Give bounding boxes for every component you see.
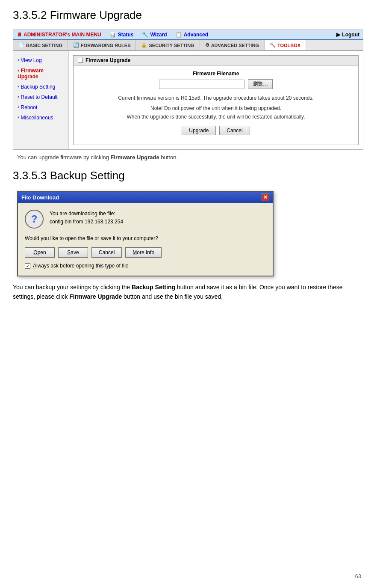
dialog-titlebar: File Download ✕: [18, 192, 273, 203]
section1-title: 3.3.5.2 Firmware Upgrade: [13, 9, 361, 22]
toolbox-label: TOOLBOX: [277, 43, 300, 48]
dialog-question: Would you like to open the file or save …: [25, 235, 266, 241]
nav-advanced[interactable]: 📋 Advanced: [176, 32, 208, 38]
firmware-info: Current firmware version is R0.15a6. The…: [80, 94, 351, 102]
advanced-label: Advanced: [184, 32, 208, 38]
advanced-setting-label: ADVANCED SETTING: [211, 43, 259, 48]
tab-forwarding[interactable]: 🔄 FORWARDING RULES: [68, 40, 136, 50]
basic-icon: 📄: [18, 42, 24, 48]
dialog-buttons: Open Save Cancel More Info: [25, 247, 266, 258]
cancel-button[interactable]: Cancel: [219, 126, 250, 135]
bottom-text-start: You can backup your settings by clicking…: [13, 284, 132, 291]
dialog-cancel-button[interactable]: Cancel: [91, 247, 122, 258]
dialog-body: ? You are downloading the file: config.b…: [18, 203, 273, 276]
caption-start: You can upgrade firmware by clicking: [17, 154, 110, 160]
wizard-icon: 🔧: [142, 32, 148, 38]
home-icon: 🖥: [17, 32, 22, 38]
browse-button[interactable]: 瀏覽…: [248, 79, 273, 89]
advanced-setting-icon: ⚙: [205, 42, 209, 48]
open-underline: O: [33, 249, 37, 255]
bottom-bold1: Backup Setting: [132, 284, 175, 291]
dialog-title: File Download: [21, 194, 59, 201]
advanced-icon: 📋: [176, 32, 182, 38]
dialog-top-row: ? You are downloading the file: config.b…: [25, 210, 266, 229]
status-icon: 📊: [110, 32, 116, 38]
sidebar-view-log[interactable]: View Log: [13, 55, 68, 65]
dialog-close-button[interactable]: ✕: [262, 193, 269, 201]
file-download-dialog: File Download ✕ ? You are downloading th…: [17, 191, 274, 276]
toolbox-icon: 🔨: [270, 42, 276, 48]
security-label: SECURITY SETTING: [149, 43, 194, 48]
always-ask-label: Always ask before opening this type of f…: [33, 263, 128, 269]
section2-title: 3.3.5.3 Backup Setting: [13, 169, 361, 182]
sidebar-reset-default[interactable]: Reset to Default: [13, 92, 68, 102]
logout-icon: ▶: [336, 32, 340, 38]
firmware-caption: You can upgrade firmware by clicking Fir…: [17, 154, 361, 160]
wizard-label: Wizard: [150, 32, 167, 38]
caption-end: button.: [159, 154, 178, 160]
admin-menu-label: ADMINISTRATOR's MAIN MENU: [24, 32, 101, 38]
sidebar-firmware-upgrade[interactable]: Firmware Upgrade: [13, 65, 68, 82]
dialog-message-line1: You are downloading the file:: [50, 210, 123, 218]
router-sidebar: View Log Firmware Upgrade Backup Setting…: [13, 51, 69, 149]
nav-admin[interactable]: 🖥 ADMINISTRATOR's MAIN MENU: [17, 32, 101, 38]
forwarding-icon: 🔄: [73, 42, 79, 48]
nav-wizard[interactable]: 🔧 Wizard: [142, 32, 167, 38]
more-underline: M: [133, 249, 137, 255]
panel-title-icon: [78, 58, 83, 63]
sidebar-miscellaneous[interactable]: Miscellaneous: [13, 113, 68, 123]
router-screenshot-firmware: 🖥 ADMINISTRATOR's MAIN MENU 📊 Status 🔧 W…: [13, 30, 363, 150]
router-tabs: 📄 BASIC SETTING 🔄 FORWARDING RULES 🔒 SEC…: [13, 40, 363, 51]
question-icon: ?: [25, 210, 44, 229]
dialog-message: You are downloading the file: config.bin…: [50, 210, 123, 226]
panel-title-text: Firmware Upgrade: [85, 57, 130, 63]
page-number: 63: [355, 573, 361, 579]
security-icon: 🔒: [141, 42, 147, 48]
router-topnav: 🖥 ADMINISTRATOR's MAIN MENU 📊 Status 🔧 W…: [13, 30, 363, 40]
backup-bottom-text: You can backup your settings by clicking…: [13, 282, 361, 302]
nav-status[interactable]: 📊 Status: [110, 32, 134, 38]
firmware-panel-title: Firmware Upgrade: [74, 56, 358, 65]
sidebar-backup-setting[interactable]: Backup Setting: [13, 82, 68, 92]
dialog-checkbox-row: ✓ Always ask before opening this type of…: [25, 263, 266, 269]
sidebar-reboot[interactable]: Reboot: [13, 102, 68, 113]
firmware-body: Firmware Filename 瀏覽… Current firmware v…: [74, 65, 358, 145]
basic-label: BASIC SETTING: [26, 43, 62, 48]
dialog-more-info-button[interactable]: More Info: [125, 247, 162, 258]
firmware-panel: Firmware Upgrade Firmware Filename 瀏覽… C…: [73, 55, 359, 145]
nav-logout[interactable]: ▶ Logout: [336, 32, 359, 38]
tab-basic[interactable]: 📄 BASIC SETTING: [13, 40, 68, 50]
firmware-note2: When the upgrade is done successfully, t…: [80, 114, 351, 120]
router-content: Firmware Upgrade Firmware Filename 瀏覽… C…: [69, 51, 363, 149]
bottom-text-end: button and use the bin file you saved.: [122, 293, 223, 300]
status-label: Status: [118, 32, 134, 38]
upgrade-button[interactable]: Upgrade: [182, 126, 216, 135]
logout-label: Logout: [342, 32, 359, 38]
always-underline: A: [33, 263, 36, 269]
dialog-save-button[interactable]: Save: [58, 247, 88, 258]
filename-label: Firmware Filename: [80, 71, 351, 77]
bottom-bold2: Firmware Upgrade: [69, 293, 122, 300]
dialog-open-button[interactable]: Open: [25, 247, 55, 258]
forwarding-label: FORWARDING RULES: [81, 43, 131, 48]
dialog-filename: config.bin from 192.168.123.254: [50, 218, 123, 226]
router-main: View Log Firmware Upgrade Backup Setting…: [13, 51, 363, 149]
firmware-actions: Upgrade Cancel: [80, 126, 351, 140]
firmware-filename-input[interactable]: [159, 80, 244, 89]
tab-advanced-setting[interactable]: ⚙ ADVANCED SETTING: [200, 40, 265, 50]
caption-bold: Firmware Upgrade: [110, 154, 159, 160]
firmware-note1: Note! Do not power off the unit when it …: [80, 105, 351, 111]
tab-security[interactable]: 🔒 SECURITY SETTING: [136, 40, 200, 50]
filename-row: 瀏覽…: [80, 79, 351, 89]
tab-toolbox[interactable]: 🔨 TOOLBOX: [265, 40, 306, 50]
always-ask-checkbox[interactable]: ✓: [25, 263, 30, 269]
